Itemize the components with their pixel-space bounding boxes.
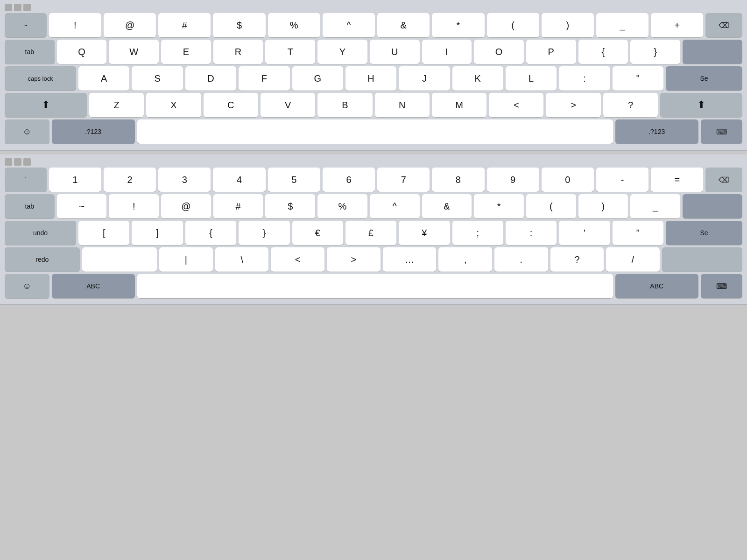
key-s[interactable]: S xyxy=(132,66,183,91)
key-period[interactable]: . xyxy=(494,247,548,272)
key-o[interactable]: O xyxy=(474,40,524,64)
key-ellipsis[interactable]: … xyxy=(383,247,437,272)
key-semicolon[interactable]: ; xyxy=(452,221,503,245)
key-backspace-1[interactable]: ⌫ xyxy=(705,13,742,37)
key-1[interactable]: 1 xyxy=(49,168,101,192)
key-a[interactable]: A xyxy=(78,66,129,91)
key-space-2[interactable] xyxy=(137,274,613,298)
key-v[interactable]: V xyxy=(261,93,315,117)
key-caret-2[interactable]: ^ xyxy=(370,194,420,218)
key-rbrace-2[interactable]: } xyxy=(239,221,289,245)
key-hash[interactable]: # xyxy=(158,13,211,37)
key-shift-right[interactable]: ⬆ xyxy=(660,93,742,117)
key-return-1[interactable]: Se xyxy=(666,66,742,91)
key-undo[interactable]: undo xyxy=(5,221,76,245)
key-j[interactable]: J xyxy=(399,66,450,91)
key-shift-right-2[interactable] xyxy=(662,247,742,272)
key-lparen-2[interactable]: ( xyxy=(526,194,576,218)
key-asterisk-2[interactable]: * xyxy=(474,194,524,218)
key-gt[interactable]: > xyxy=(546,93,600,117)
key-n[interactable]: N xyxy=(375,93,430,117)
key-d[interactable]: D xyxy=(185,66,236,91)
key-k[interactable]: K xyxy=(452,66,503,91)
key-yen[interactable]: ¥ xyxy=(399,221,450,245)
key-4[interactable]: 4 xyxy=(213,168,265,192)
key-plus[interactable]: + xyxy=(651,13,703,37)
key-b[interactable]: B xyxy=(317,93,372,117)
key-tab-2[interactable]: tab xyxy=(5,194,55,218)
key-backspace-2[interactable]: ⌫ xyxy=(705,168,742,192)
key-colon-2[interactable]: : xyxy=(506,221,557,245)
key-y[interactable]: Y xyxy=(317,40,367,64)
key-g[interactable]: G xyxy=(292,66,343,91)
key-dollar[interactable]: $ xyxy=(213,13,265,37)
key-comma[interactable]: , xyxy=(438,247,492,272)
key-q[interactable]: Q xyxy=(57,40,107,64)
key-gt-2[interactable]: > xyxy=(327,247,381,272)
key-lbrace-2[interactable]: { xyxy=(185,221,236,245)
key-return-2[interactable]: Se xyxy=(666,221,742,245)
key-squote[interactable]: ' xyxy=(559,221,610,245)
key-abc-right[interactable]: ABC xyxy=(615,274,698,298)
key-3[interactable]: 3 xyxy=(158,168,211,192)
key-abc-left[interactable]: ABC xyxy=(52,274,135,298)
key-rbracket[interactable]: ] xyxy=(132,221,183,245)
key-pound[interactable]: £ xyxy=(345,221,396,245)
key-return-partial-2[interactable] xyxy=(683,194,742,218)
key-question-2[interactable]: ? xyxy=(550,247,604,272)
key-asterisk[interactable]: * xyxy=(432,13,484,37)
key-euro[interactable]: € xyxy=(292,221,343,245)
key-colon[interactable]: : xyxy=(559,66,610,91)
key-amp[interactable]: & xyxy=(377,13,430,37)
key-0[interactable]: 0 xyxy=(542,168,594,192)
key-m[interactable]: M xyxy=(432,93,486,117)
key-numswitch-right[interactable]: .?123 xyxy=(615,119,698,144)
key-at[interactable]: @ xyxy=(104,13,156,37)
key-c[interactable]: C xyxy=(204,93,258,117)
key-space-1[interactable] xyxy=(137,119,613,144)
key-exclaim-2[interactable]: ! xyxy=(109,194,159,218)
key-emoji-2[interactable]: ☺ xyxy=(5,274,49,298)
key-x[interactable]: X xyxy=(146,93,201,117)
key-u[interactable]: U xyxy=(370,40,420,64)
key-h[interactable]: H xyxy=(345,66,396,91)
key-caps-lock[interactable]: caps lock xyxy=(5,66,76,91)
key-2[interactable]: 2 xyxy=(104,168,156,192)
key-r[interactable]: R xyxy=(213,40,263,64)
key-underscore-2[interactable]: _ xyxy=(630,194,680,218)
key-z[interactable]: Z xyxy=(89,93,144,117)
key-rparen-2[interactable]: ) xyxy=(578,194,628,218)
key-shift-left[interactable]: ⬆ xyxy=(5,93,87,117)
key-f[interactable]: F xyxy=(239,66,289,91)
key-rparen[interactable]: ) xyxy=(542,13,594,37)
key-e[interactable]: E xyxy=(161,40,211,64)
key-return-partial-1[interactable] xyxy=(683,40,742,64)
key-at-2[interactable]: @ xyxy=(161,194,211,218)
key-backtick[interactable]: ~ xyxy=(5,13,47,37)
key-7[interactable]: 7 xyxy=(377,168,430,192)
key-minus[interactable]: - xyxy=(596,168,648,192)
key-underscore[interactable]: _ xyxy=(596,13,648,37)
key-rbrace[interactable]: } xyxy=(630,40,680,64)
key-9[interactable]: 9 xyxy=(487,168,539,192)
key-dquote[interactable]: " xyxy=(613,66,663,91)
key-keyboard-2[interactable]: ⌨ xyxy=(701,274,742,298)
key-numswitch-left[interactable]: .?123 xyxy=(52,119,135,144)
key-exclaim[interactable]: ! xyxy=(49,13,101,37)
key-8[interactable]: 8 xyxy=(432,168,484,192)
key-amp-2[interactable]: & xyxy=(422,194,472,218)
key-lbracket[interactable]: [ xyxy=(78,221,129,245)
key-pipe[interactable]: | xyxy=(159,247,213,272)
key-dollar-2[interactable]: $ xyxy=(265,194,315,218)
key-lt-2[interactable]: < xyxy=(271,247,324,272)
key-percent-2[interactable]: % xyxy=(317,194,367,218)
key-backslash[interactable]: \ xyxy=(215,247,269,272)
key-t[interactable]: T xyxy=(265,40,315,64)
key-tilde[interactable]: ~ xyxy=(57,194,107,218)
key-dquote-2[interactable]: " xyxy=(613,221,663,245)
key-i[interactable]: I xyxy=(422,40,472,64)
key-lt[interactable]: < xyxy=(489,93,543,117)
key-slash[interactable]: / xyxy=(606,247,660,272)
key-l[interactable]: L xyxy=(506,66,557,91)
key-5[interactable]: 5 xyxy=(268,168,320,192)
